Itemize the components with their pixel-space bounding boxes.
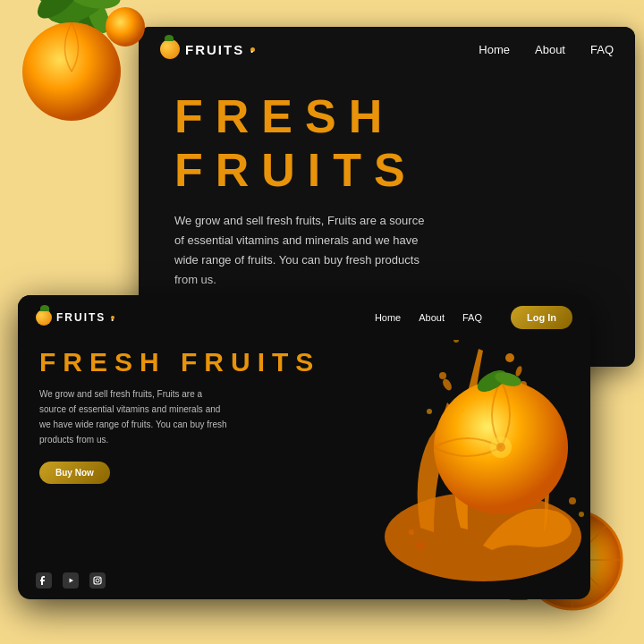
front-card-nav-home[interactable]: Home	[375, 312, 401, 323]
back-card-nav-faq[interactable]: FAQ	[590, 43, 614, 56]
svg-point-4	[106, 7, 145, 47]
back-card-navbar: FRUITS • Home About FAQ	[139, 27, 635, 72]
front-logo-icon	[36, 309, 52, 326]
login-button[interactable]: Log In	[511, 306, 572, 329]
front-card-hero-title: FRESH FRUITS	[39, 347, 569, 377]
back-card-nav: Home About FAQ	[479, 43, 614, 56]
front-logo-dot: •	[111, 316, 114, 319]
front-card-nav-about[interactable]: About	[419, 312, 445, 323]
logo-icon	[160, 39, 180, 59]
instagram-icon[interactable]	[89, 572, 106, 589]
back-card-logo: FRUITS •	[160, 39, 255, 59]
svg-point-40	[96, 579, 99, 582]
front-card-navbar: FRUITS • Home About FAQ Log In	[18, 295, 590, 340]
back-card-nav-home[interactable]: Home	[479, 43, 510, 56]
youtube-icon[interactable]	[63, 572, 79, 589]
front-card-hero-desc: We grow and sell fresh fruits, Fruits ar…	[39, 386, 227, 447]
logo-dot: •	[250, 47, 255, 52]
facebook-icon[interactable]	[36, 572, 52, 589]
front-card-nav-faq[interactable]: FAQ	[462, 312, 482, 323]
front-card-nav: Home About FAQ	[375, 312, 482, 323]
svg-point-35	[569, 497, 576, 504]
front-card: FRUITS • Home About FAQ Log In FRESH FRU…	[18, 295, 590, 599]
front-card-logo-text: FRUITS	[56, 311, 106, 324]
svg-point-41	[99, 578, 100, 579]
svg-point-33	[416, 541, 425, 550]
front-card-footer	[36, 572, 106, 589]
back-card-hero-title: FRESH FRUITS	[174, 89, 599, 197]
back-card-nav-about[interactable]: About	[535, 43, 565, 56]
front-card-hero: FRESH FRUITS We grow and sell fresh frui…	[18, 340, 590, 491]
svg-point-34	[409, 530, 414, 535]
page-wrapper: FRUITS • Home About FAQ FRESH FRUITS We …	[0, 0, 644, 644]
back-card-hero-desc: We grow and sell fresh fruits, Fruits ar…	[174, 211, 425, 290]
front-card-buy-button[interactable]: Buy Now	[39, 462, 110, 484]
front-card-logo: FRUITS •	[36, 309, 114, 326]
orange-top-left	[4, 0, 148, 124]
back-card-logo-text: FRUITS	[185, 42, 244, 57]
svg-point-36	[579, 512, 584, 517]
